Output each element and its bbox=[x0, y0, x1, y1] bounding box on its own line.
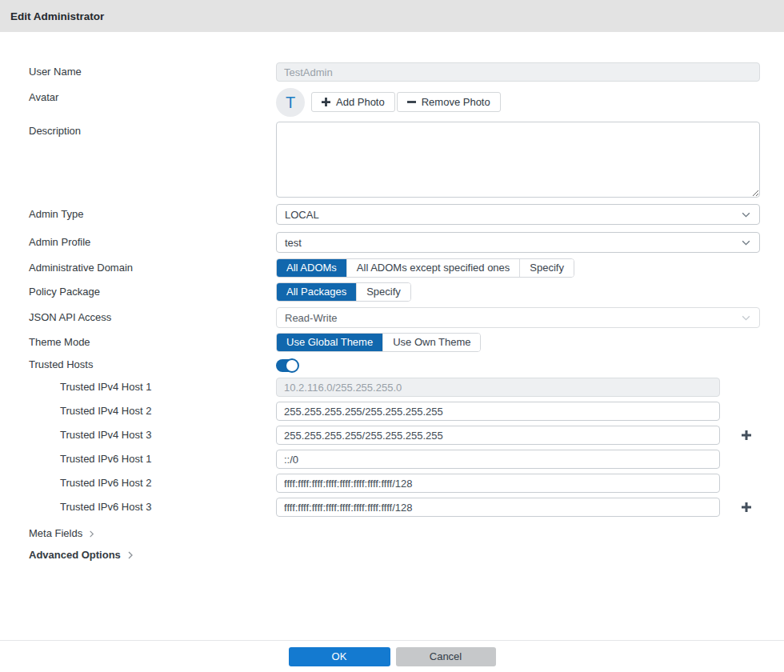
row-admin-profile: Admin Profile test bbox=[0, 232, 784, 253]
toggle-knob bbox=[285, 358, 299, 373]
policy-option-specify[interactable]: Specify bbox=[356, 283, 410, 301]
remove-photo-button[interactable]: Remove Photo bbox=[397, 92, 501, 112]
avatar: T bbox=[276, 88, 305, 117]
row-trusted-ipv4-host-1: Trusted IPv4 Host 1 bbox=[0, 378, 784, 397]
json-api-access-label: JSON API Access bbox=[0, 307, 276, 328]
plus-icon bbox=[741, 430, 752, 441]
meta-fields-expander[interactable]: Meta Fields bbox=[0, 526, 96, 541]
row-trusted-ipv6-host-1: Trusted IPv6 Host 1 bbox=[0, 450, 784, 469]
chevron-right-icon bbox=[87, 530, 96, 538]
dialog-footer: OK Cancel bbox=[0, 640, 784, 672]
advanced-options-expander[interactable]: Advanced Options bbox=[0, 548, 135, 562]
administrative-domain-segments: All ADOMs All ADOMs except specified one… bbox=[276, 258, 574, 278]
trusted-ipv6-host-1-input[interactable] bbox=[276, 450, 720, 469]
add-ipv4-host-button[interactable] bbox=[741, 430, 752, 441]
cancel-button[interactable]: Cancel bbox=[396, 647, 496, 666]
row-administrative-domain: Administrative Domain All ADOMs All ADOM… bbox=[0, 258, 784, 278]
trusted-ipv4-host-3-label: Trusted IPv4 Host 3 bbox=[0, 426, 276, 445]
row-advanced-options: Advanced Options bbox=[0, 548, 784, 562]
theme-option-own[interactable]: Use Own Theme bbox=[382, 334, 480, 351]
row-user-name: User Name bbox=[0, 62, 784, 82]
user-name-input bbox=[276, 62, 760, 82]
form-body: User Name Avatar T Add Photo bbox=[0, 32, 784, 562]
admin-profile-value: test bbox=[285, 237, 302, 249]
trusted-ipv4-host-2-label: Trusted IPv4 Host 2 bbox=[0, 402, 276, 421]
adom-option-specify[interactable]: Specify bbox=[519, 259, 574, 277]
row-policy-package: Policy Package All Packages Specify bbox=[0, 282, 784, 302]
trusted-ipv4-host-1-input bbox=[276, 378, 720, 397]
trusted-ipv6-host-2-input[interactable] bbox=[276, 474, 720, 493]
chevron-down-icon bbox=[741, 210, 751, 220]
trusted-ipv4-host-1-label: Trusted IPv4 Host 1 bbox=[0, 378, 276, 397]
avatar-label: Avatar bbox=[0, 88, 276, 107]
chevron-down-icon bbox=[741, 238, 751, 248]
ok-button[interactable]: OK bbox=[289, 647, 390, 666]
chevron-down-icon bbox=[741, 313, 751, 323]
trusted-ipv4-host-3-input[interactable] bbox=[276, 426, 720, 445]
row-trusted-hosts: Trusted Hosts bbox=[0, 357, 784, 373]
trusted-hosts-toggle[interactable] bbox=[276, 359, 298, 372]
theme-option-global[interactable]: Use Global Theme bbox=[277, 334, 382, 351]
json-api-access-value: Read-Write bbox=[285, 312, 338, 324]
row-json-api-access: JSON API Access Read-Write bbox=[0, 307, 784, 328]
theme-mode-segments: Use Global Theme Use Own Theme bbox=[276, 333, 481, 352]
description-textarea[interactable] bbox=[276, 122, 760, 198]
plus-icon bbox=[322, 98, 330, 106]
chevron-right-icon bbox=[126, 550, 135, 560]
admin-type-label: Admin Type bbox=[0, 204, 276, 225]
adom-option-all-except[interactable]: All ADOMs except specified ones bbox=[346, 259, 519, 277]
edit-administrator-dialog: Edit Administrator User Name Avatar T Ad… bbox=[0, 0, 784, 562]
trusted-ipv6-host-3-label: Trusted IPv6 Host 3 bbox=[0, 498, 276, 517]
add-ipv6-host-button[interactable] bbox=[741, 502, 752, 513]
description-label: Description bbox=[0, 122, 276, 141]
admin-type-value: LOCAL bbox=[285, 209, 319, 221]
trusted-ipv6-host-2-label: Trusted IPv6 Host 2 bbox=[0, 474, 276, 493]
avatar-initial: T bbox=[286, 94, 295, 112]
admin-profile-label: Admin Profile bbox=[0, 232, 276, 253]
policy-option-all-packages[interactable]: All Packages bbox=[277, 283, 356, 301]
admin-type-select[interactable]: LOCAL bbox=[276, 204, 760, 225]
advanced-options-label: Advanced Options bbox=[29, 548, 121, 562]
row-trusted-ipv4-host-3: Trusted IPv4 Host 3 bbox=[0, 426, 784, 445]
minus-icon bbox=[407, 98, 416, 106]
row-avatar: Avatar T Add Photo Remove Photo bbox=[0, 88, 784, 117]
row-meta-fields: Meta Fields bbox=[0, 526, 784, 541]
trusted-ipv4-host-2-input[interactable] bbox=[276, 402, 720, 421]
row-admin-type: Admin Type LOCAL bbox=[0, 204, 784, 225]
trusted-ipv6-host-1-label: Trusted IPv6 Host 1 bbox=[0, 450, 276, 469]
row-trusted-ipv6-host-3: Trusted IPv6 Host 3 bbox=[0, 498, 784, 517]
row-trusted-ipv4-host-2: Trusted IPv4 Host 2 bbox=[0, 402, 784, 421]
theme-mode-label: Theme Mode bbox=[0, 333, 276, 352]
plus-icon bbox=[741, 502, 752, 513]
policy-package-segments: All Packages Specify bbox=[276, 282, 411, 302]
user-name-label: User Name bbox=[0, 62, 276, 82]
add-photo-label: Add Photo bbox=[336, 96, 385, 108]
row-description: Description bbox=[0, 122, 784, 198]
remove-photo-label: Remove Photo bbox=[422, 96, 490, 108]
trusted-ipv6-host-3-input[interactable] bbox=[276, 498, 720, 517]
trusted-hosts-label: Trusted Hosts bbox=[0, 357, 276, 373]
policy-package-label: Policy Package bbox=[0, 282, 276, 302]
row-theme-mode: Theme Mode Use Global Theme Use Own Them… bbox=[0, 333, 784, 352]
json-api-access-select: Read-Write bbox=[276, 307, 760, 328]
add-photo-button[interactable]: Add Photo bbox=[311, 92, 395, 112]
row-trusted-ipv6-host-2: Trusted IPv6 Host 2 bbox=[0, 474, 784, 493]
dialog-title: Edit Administrator bbox=[10, 10, 104, 22]
meta-fields-label: Meta Fields bbox=[29, 526, 82, 541]
administrative-domain-label: Administrative Domain bbox=[0, 258, 276, 278]
dialog-header: Edit Administrator bbox=[0, 0, 784, 32]
adom-option-all-adoms[interactable]: All ADOMs bbox=[277, 259, 346, 277]
admin-profile-select[interactable]: test bbox=[276, 232, 760, 253]
